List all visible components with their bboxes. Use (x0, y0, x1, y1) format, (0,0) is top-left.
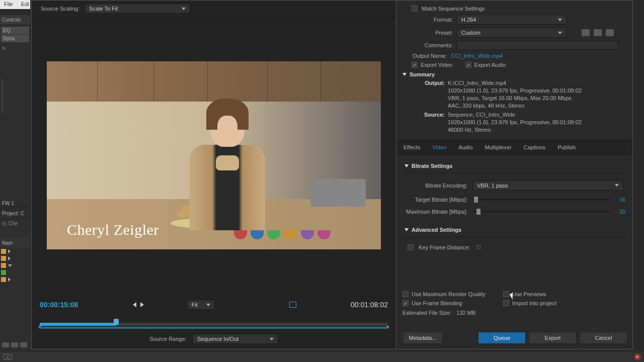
keyframe-distance-value: 72 (475, 244, 481, 250)
summary-output-label: Output: (415, 79, 445, 109)
lower-third-name: Cheryl Zeigler (67, 221, 159, 238)
settings-tabs: Effects Video Audio Multiplexer Captions… (397, 140, 632, 155)
bitrate-section-header[interactable]: Bitrate Settings (403, 159, 627, 173)
export-audio-checkbox[interactable] (465, 62, 471, 68)
import-project-label: Import into project (512, 300, 556, 306)
zoom-fit-dropdown[interactable]: Fit (187, 300, 215, 310)
chevron-down-icon (558, 32, 562, 34)
creative-cloud-icon[interactable]: cc (3, 354, 12, 360)
output-name-label: Output Name: (413, 53, 447, 59)
tab-multiplexer[interactable]: Multiplexer (479, 140, 518, 154)
menu-edit[interactable]: Edi (17, 0, 33, 9)
source-range-dropdown[interactable]: Sequence In/Out (193, 334, 278, 344)
use-previews-label: Use Previews (512, 291, 546, 297)
chevron-down-icon (206, 304, 210, 306)
chevron-down-icon (558, 19, 562, 21)
chevron-down-icon (182, 8, 186, 10)
delete-preset-icon[interactable] (606, 29, 614, 36)
advanced-section-header[interactable]: Advanced Settings (403, 223, 627, 237)
close-icon[interactable]: ✕ (634, 353, 641, 360)
save-preset-icon[interactable] (582, 29, 590, 36)
timecode-duration: 00:01:08:02 (351, 301, 388, 309)
chevron-down-icon (615, 184, 619, 187)
match-sequence-checkbox[interactable] (412, 6, 418, 12)
summary-source-label: Source: (415, 111, 445, 134)
tab-audio[interactable]: Audio (452, 140, 478, 154)
timecode-current[interactable]: 00:00:15:08 (40, 301, 78, 309)
bin-row[interactable] (0, 276, 30, 283)
panel-view-icons[interactable] (2, 342, 27, 347)
keyframe-distance-checkbox[interactable] (408, 244, 414, 250)
bitrate-encoding-dropdown[interactable]: VBR, 1 pass (472, 180, 623, 191)
step-back-icon[interactable] (133, 302, 136, 307)
import-project-checkbox[interactable] (503, 300, 509, 306)
output-name-link[interactable]: CCI_Intro_Wide.mp4 (451, 53, 503, 59)
fw-label: FW 1 (0, 199, 30, 208)
tab-publish[interactable]: Publish (551, 140, 582, 154)
tab-captions[interactable]: Captions (518, 140, 551, 154)
fx-label: fx (0, 44, 30, 53)
in-point-marker[interactable] (39, 326, 42, 328)
step-forward-icon[interactable] (140, 302, 144, 307)
name-column-header[interactable]: Nam (0, 238, 30, 248)
queue-button[interactable]: Queue (478, 332, 526, 344)
summary-output-text: K:\CCI_Intro_Wide.mp4 1920x1080 (1.0), 2… (448, 79, 627, 109)
bin-row[interactable] (0, 262, 30, 269)
export-video-checkbox[interactable] (412, 62, 418, 68)
chevron-down-icon (270, 338, 274, 340)
max-bitrate-value[interactable]: 20 (614, 209, 625, 215)
summary-header[interactable]: Summary (397, 69, 632, 79)
disclosure-triangle-icon (403, 73, 407, 76)
max-bitrate-label: Maximum Bitrate [Mbps]: (405, 209, 467, 215)
estimated-size-value: 132 MB (456, 310, 475, 316)
target-bitrate-slider[interactable] (472, 199, 609, 200)
search-row[interactable]: 🗀 Che (0, 219, 30, 228)
menubar[interactable]: File Edi (0, 0, 30, 9)
metadata-button[interactable]: Metadata... (403, 332, 443, 344)
estimated-size-label: Estimated File Size: (403, 310, 451, 316)
comments-label: Comments: (403, 42, 453, 48)
menu-file[interactable]: File (0, 0, 17, 9)
export-preview-panel: Source Scaling: Scale To Fit (31, 0, 396, 349)
comments-input[interactable] (457, 41, 618, 50)
export-settings-panel: Match Sequence Settings Format: H.264 Pr… (397, 0, 633, 349)
source-range-label: Source Range: (149, 336, 186, 342)
cancel-button[interactable]: Cancel (580, 332, 627, 344)
disclosure-triangle-icon (405, 228, 409, 231)
source-scaling-dropdown[interactable]: Scale To Fit (85, 4, 190, 14)
crop-icon[interactable] (289, 302, 296, 308)
video-preview[interactable]: Cheryl Zeigler (47, 61, 381, 249)
format-label: Format: (403, 17, 453, 23)
import-preset-icon[interactable] (594, 29, 602, 36)
bin-row[interactable] (0, 255, 30, 262)
timeline-controls: 00:00:15:08 Fit 00:01:08:02 (40, 300, 388, 328)
max-render-quality-checkbox[interactable] (403, 291, 409, 297)
target-bitrate-label: Target Bitrate [Mbps]: (405, 197, 467, 203)
disclosure-triangle-icon (405, 164, 409, 167)
match-sequence-label: Match Sequence Settings (422, 6, 485, 12)
out-point-marker[interactable] (386, 326, 389, 328)
folder-icon: 🗀 (2, 221, 7, 226)
tab-video[interactable]: Video (426, 140, 452, 154)
bin-row[interactable] (0, 248, 30, 255)
max-bitrate-slider[interactable] (472, 211, 609, 212)
bin-row[interactable] (0, 269, 30, 276)
effect-eq[interactable]: EQ (1, 27, 29, 34)
project-panel: Project: C 🗀 Che Nam (0, 209, 30, 349)
effect-dynamics[interactable]: Dyna (1, 35, 29, 42)
frame-blending-checkbox[interactable] (403, 300, 409, 306)
tab-effects[interactable]: Effects (397, 140, 426, 154)
preset-label: Preset: (403, 30, 453, 36)
controls-tab[interactable]: Controls (0, 15, 30, 25)
use-previews-checkbox[interactable] (503, 291, 509, 297)
source-scaling-label: Source Scaling: (41, 6, 79, 12)
playhead[interactable] (114, 319, 119, 325)
preset-dropdown[interactable]: Custom (457, 28, 567, 38)
export-button[interactable]: Export (529, 332, 577, 344)
format-dropdown[interactable]: H.264 (457, 15, 567, 25)
project-header: Project: C (0, 209, 30, 219)
frame-blending-label: Use Frame Blending (412, 300, 462, 306)
scrubber[interactable] (40, 319, 388, 328)
target-bitrate-value[interactable]: 16 (614, 197, 625, 203)
summary-source-text: Sequence, CCI_Intro_Wide 1920x1080 (1.0)… (448, 111, 627, 134)
